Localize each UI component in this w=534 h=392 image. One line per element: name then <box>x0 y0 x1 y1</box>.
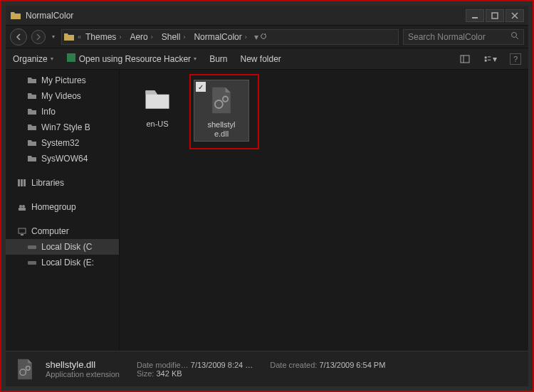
svg-rect-4 <box>67 53 75 62</box>
sidebar-item-syswow64[interactable]: SysWOW64 <box>6 151 119 166</box>
file-label: en-US <box>146 120 168 129</box>
forward-button[interactable] <box>31 30 46 44</box>
explorer-window: NormalColor ▾ « Themes› Aero› Shell› Nor… <box>6 6 528 386</box>
details-filetype: Application extension <box>46 370 120 378</box>
navigation-pane[interactable]: My Pictures My Videos Info Win7 Style B … <box>6 70 120 351</box>
window-title: NormalColor <box>26 11 466 21</box>
homegroup-icon <box>17 202 27 212</box>
breadcrumb-normalcolor[interactable]: NormalColor› <box>189 30 251 44</box>
svg-point-15 <box>22 205 25 208</box>
date-created-label: Date created: <box>270 361 317 369</box>
sidebar-item-local-disk-c[interactable]: Local Disk (C <box>6 239 119 255</box>
svg-rect-19 <box>28 245 36 249</box>
folder-icon <box>10 10 21 21</box>
burn-button[interactable]: Burn <box>209 54 227 64</box>
window-body: My Pictures My Videos Info Win7 Style B … <box>6 70 528 351</box>
sidebar-item-system32[interactable]: System32 <box>6 135 119 151</box>
svg-rect-1 <box>492 13 498 18</box>
refresh-icon[interactable] <box>260 32 267 42</box>
sidebar-item-local-disk-e[interactable]: Local Disk (E: <box>6 255 119 270</box>
svg-rect-20 <box>28 261 36 265</box>
sidebar-item-my-videos[interactable]: My Videos <box>6 88 119 104</box>
sidebar-item-info[interactable]: Info <box>6 104 119 120</box>
details-filename: shellstyle.dll <box>46 359 120 370</box>
file-label: shellstyle.dll <box>207 120 235 138</box>
file-list-pane[interactable]: en-US ✓ shellstyle.dll <box>120 70 528 351</box>
svg-point-2 <box>512 33 517 38</box>
sidebar-item-my-pictures[interactable]: My Pictures <box>6 73 119 88</box>
search-icon <box>511 31 519 42</box>
computer-icon <box>17 226 27 236</box>
navigation-row: ▾ « Themes› Aero› Shell› NormalColor› ▾ … <box>6 26 528 48</box>
drive-icon <box>27 258 37 267</box>
size-value: 342 KB <box>157 369 182 378</box>
svg-rect-12 <box>21 179 23 186</box>
date-created-value: 7/13/2009 6:54 PM <box>319 361 385 369</box>
folder-icon <box>27 91 37 101</box>
view-options-icon[interactable]: ▾ <box>484 53 497 65</box>
file-item-en-us[interactable]: en-US <box>130 80 185 132</box>
folder-icon <box>63 31 75 43</box>
preview-pane-icon[interactable] <box>459 53 471 65</box>
breadcrumb-shell[interactable]: Shell› <box>157 30 190 44</box>
file-item-shellstyle-dll[interactable]: ✓ shellstyle.dll <box>194 80 249 142</box>
breadcrumb-aero[interactable]: Aero› <box>125 30 157 44</box>
svg-rect-8 <box>485 59 487 61</box>
chevron-down-icon[interactable]: ▾ <box>254 32 258 42</box>
outer-highlight-frame: NormalColor ▾ « Themes› Aero› Shell› Nor… <box>0 0 534 392</box>
folder-icon <box>27 122 37 132</box>
sidebar-group-homegroup[interactable]: Homegroup <box>6 199 119 215</box>
app-icon <box>66 53 76 65</box>
svg-line-3 <box>516 37 518 39</box>
folder-icon <box>27 75 37 85</box>
window-controls <box>466 9 524 22</box>
sidebar-group-libraries[interactable]: Libraries <box>6 175 119 191</box>
minimize-button[interactable] <box>466 9 484 22</box>
help-button[interactable]: ? <box>510 53 521 65</box>
new-folder-button[interactable]: New folder <box>240 54 281 64</box>
recent-locations-dropdown[interactable]: ▾ <box>50 28 57 46</box>
svg-rect-10 <box>488 59 491 60</box>
close-button[interactable] <box>506 9 524 22</box>
date-modified-value: 7/13/2009 8:24 … <box>191 361 253 369</box>
svg-rect-13 <box>23 179 26 186</box>
svg-point-14 <box>19 205 22 208</box>
svg-rect-7 <box>485 56 487 58</box>
address-bar[interactable]: « Themes› Aero› Shell› NormalColor› ▾ <box>61 29 399 45</box>
selection-checkbox[interactable]: ✓ <box>196 82 206 92</box>
search-placeholder: Search NormalColor <box>408 32 486 42</box>
dll-file-icon <box>204 83 239 117</box>
svg-rect-9 <box>488 56 491 57</box>
dll-file-icon <box>11 356 38 383</box>
details-pane: shellstyle.dll Application extension Dat… <box>6 351 528 386</box>
open-resource-hacker-button[interactable]: Open using Resource Hacker▾ <box>66 53 197 65</box>
folder-icon <box>27 107 37 117</box>
size-label: Size: <box>137 369 154 378</box>
search-input[interactable]: Search NormalColor <box>403 29 524 45</box>
svg-rect-18 <box>21 234 23 235</box>
sidebar-item-win7-style[interactable]: Win7 Style B <box>6 120 119 135</box>
libraries-icon <box>17 178 27 188</box>
svg-rect-17 <box>19 228 26 233</box>
sidebar-group-computer[interactable]: Computer <box>6 223 119 239</box>
svg-rect-0 <box>472 17 478 18</box>
svg-rect-16 <box>19 208 26 211</box>
date-modified-label: Date modifie… <box>137 361 189 369</box>
back-button[interactable] <box>10 28 27 46</box>
svg-rect-11 <box>18 179 20 186</box>
folder-icon <box>140 83 174 117</box>
organize-button[interactable]: Organize▾ <box>13 54 53 64</box>
title-bar[interactable]: NormalColor <box>6 6 528 26</box>
folder-icon <box>27 154 37 164</box>
drive-icon <box>27 242 37 252</box>
svg-rect-5 <box>461 55 469 63</box>
folder-icon <box>27 138 37 148</box>
maximize-button[interactable] <box>486 9 504 22</box>
breadcrumb-themes[interactable]: Themes› <box>81 30 125 44</box>
command-bar: Organize▾ Open using Resource Hacker▾ Bu… <box>6 48 528 70</box>
address-bar-buttons: ▾ <box>251 32 270 42</box>
